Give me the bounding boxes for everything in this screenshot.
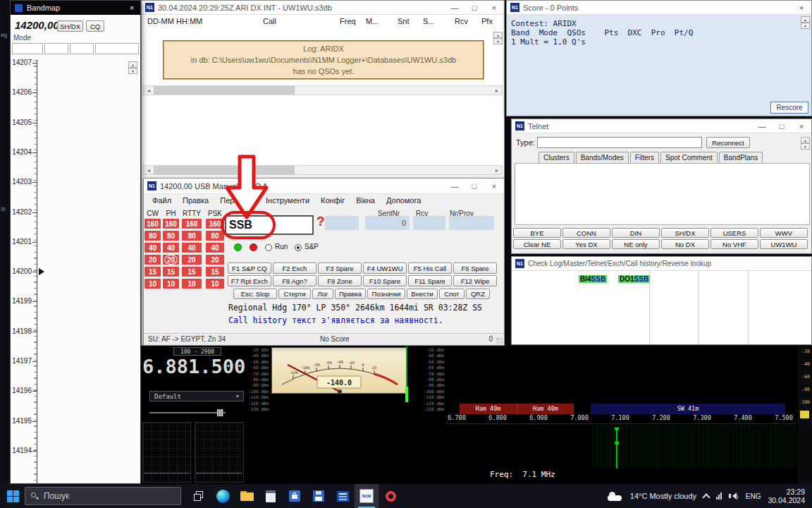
weather-text[interactable]: 14°C Mostly cloudy xyxy=(630,492,696,500)
wwv-button[interactable]: WWV xyxy=(760,228,808,238)
start-button[interactable] xyxy=(7,490,19,502)
scroll-right-icon[interactable]: ► xyxy=(492,86,502,95)
edit-button[interactable]: Правка xyxy=(335,289,366,299)
score-titlebar[interactable]: N1 Score - 0 Points × xyxy=(507,1,811,15)
maximize-icon[interactable]: □ xyxy=(465,182,484,190)
close-icon[interactable]: × xyxy=(123,4,140,12)
f2-button[interactable]: F2 Exch xyxy=(273,262,316,274)
scroll-track[interactable] xyxy=(154,166,492,174)
no-dx-button[interactable]: No DX xyxy=(661,239,709,249)
column-header[interactable]: Snt xyxy=(398,17,410,25)
no-vhf-button[interactable]: No VHF xyxy=(710,239,758,249)
store-icon[interactable] xyxy=(283,484,307,508)
network-icon[interactable] xyxy=(716,492,722,500)
scroll-left-icon[interactable]: ◄ xyxy=(144,166,154,174)
slider-track[interactable] xyxy=(149,412,226,413)
tab-bands-modes[interactable]: Bands/Modes xyxy=(576,152,629,163)
n1mm-icon[interactable]: N1M xyxy=(355,484,379,508)
calculator-icon[interactable] xyxy=(259,484,283,508)
f8-button[interactable]: F8 Agn? xyxy=(273,275,316,286)
f6-button[interactable]: F6 Spare xyxy=(453,262,497,274)
menu-tools[interactable]: Інструменти xyxy=(266,196,309,205)
sp-radio[interactable] xyxy=(295,244,302,251)
close-icon[interactable]: × xyxy=(484,182,504,190)
resize-grip[interactable] xyxy=(496,337,503,344)
tuning-cursor[interactable] xyxy=(406,346,407,402)
menu-file[interactable]: Файл xyxy=(152,196,171,205)
band-button[interactable]: 20 xyxy=(144,255,161,265)
sp-label[interactable]: S&P xyxy=(304,243,319,250)
band-button[interactable]: 10 xyxy=(144,279,161,289)
slider-handle[interactable] xyxy=(217,409,223,416)
band-button[interactable]: 15 xyxy=(206,267,224,277)
run-radio[interactable] xyxy=(265,244,272,251)
column-header[interactable]: M... xyxy=(366,17,379,25)
f10-button[interactable]: F10 Spare xyxy=(363,275,407,286)
band-button[interactable]: 80 xyxy=(144,231,161,241)
column-header[interactable]: DD-MM HH:MM xyxy=(147,17,202,25)
band-button[interactable]: 10 xyxy=(182,279,202,289)
language-indicator[interactable]: ENG xyxy=(746,492,761,500)
column-header[interactable]: Call xyxy=(263,17,276,25)
check-callsign[interactable]: BI4SSB xyxy=(579,275,607,283)
filter-input[interactable] xyxy=(70,43,94,54)
band-button[interactable]: 160 xyxy=(182,219,202,229)
conn-button[interactable]: CONN xyxy=(562,228,610,238)
spot-button[interactable]: Спот xyxy=(439,289,465,299)
menu-help[interactable]: Допомога xyxy=(386,196,421,205)
f3-button[interactable]: F3 Spare xyxy=(318,262,362,274)
filter-input[interactable] xyxy=(12,43,43,54)
save-icon[interactable] xyxy=(307,484,331,508)
bye-button[interactable]: BYE xyxy=(513,228,561,238)
entry-titlebar[interactable]: N1 14200,00 USB Manual - VFO A — □ × xyxy=(144,179,504,194)
log-scrollbar-top[interactable]: ◄ ► xyxy=(143,85,503,95)
edge-icon[interactable] xyxy=(211,484,235,508)
users-button[interactable]: USERS xyxy=(710,228,758,238)
close-icon[interactable]: × xyxy=(792,122,811,131)
office-icon[interactable] xyxy=(331,484,355,508)
ne-only-button[interactable]: NE only xyxy=(612,239,660,249)
log-button[interactable]: Лог xyxy=(312,289,333,299)
f7-button[interactable]: F7 Rpt Exch xyxy=(228,275,271,286)
esc-stop-button[interactable]: Esc: Stop xyxy=(233,289,277,299)
telnet-command-input[interactable] xyxy=(537,137,702,148)
f1-button[interactable]: F1 S&P CQ xyxy=(228,262,271,274)
volume-icon[interactable]: ) xyxy=(729,492,739,500)
rcv-field[interactable] xyxy=(413,216,445,230)
tab-bandplans[interactable]: BandPlans xyxy=(719,152,763,163)
column-header[interactable]: Rcv xyxy=(455,17,468,25)
bandmap-titlebar[interactable]: Bandmap × xyxy=(11,1,140,15)
f9-button[interactable]: F9 Zone xyxy=(318,275,362,286)
band-button[interactable]: 15 xyxy=(144,267,161,277)
tray-expand-icon[interactable] xyxy=(702,493,710,501)
log-scrollbar-bottom[interactable]: ◄ ► xyxy=(143,165,503,175)
band-button[interactable]: 15 xyxy=(182,267,202,277)
scroll-thumb[interactable] xyxy=(154,86,295,95)
store-button[interactable]: Внести xyxy=(407,289,438,299)
folder-icon[interactable] xyxy=(235,484,259,508)
maximize-icon[interactable]: □ xyxy=(772,122,792,131)
score-spinner[interactable]: ▲▼ xyxy=(801,16,810,29)
bandmap-spinner[interactable]: ▲▼ xyxy=(128,61,137,74)
band-button[interactable]: 160 xyxy=(163,219,179,229)
nrprov-field[interactable] xyxy=(449,216,494,230)
column-header[interactable]: S... xyxy=(423,17,435,25)
volume-slider[interactable] xyxy=(149,409,226,416)
tab-spot-comment[interactable]: Spot Comment xyxy=(660,152,718,163)
telnet-titlebar[interactable]: N1 Telnet — □ × xyxy=(512,119,811,133)
f11-button[interactable]: F11 Spare xyxy=(408,275,452,286)
frequency-display[interactable]: 6.881.500 xyxy=(142,356,245,377)
run-label[interactable]: Run xyxy=(275,243,288,250)
clock[interactable]: 23:29 30.04.2024 xyxy=(768,488,805,504)
band-button[interactable]: 40 xyxy=(163,243,179,253)
band-button[interactable]: 15 xyxy=(163,267,179,277)
check-callsign[interactable]: DO1SSB xyxy=(618,275,650,283)
band-button[interactable]: 10 xyxy=(206,279,224,289)
rescore-button[interactable]: Rescore xyxy=(770,102,808,114)
tab-clusters[interactable]: Clusters xyxy=(539,152,574,163)
filter-input[interactable] xyxy=(44,43,68,54)
mark-button[interactable]: Позначки xyxy=(367,289,405,299)
f4-button[interactable]: F4 UW1WU xyxy=(363,262,407,274)
band-button-selected[interactable]: 20 xyxy=(163,255,179,265)
yes-dx-button[interactable]: Yes DX xyxy=(562,239,610,249)
